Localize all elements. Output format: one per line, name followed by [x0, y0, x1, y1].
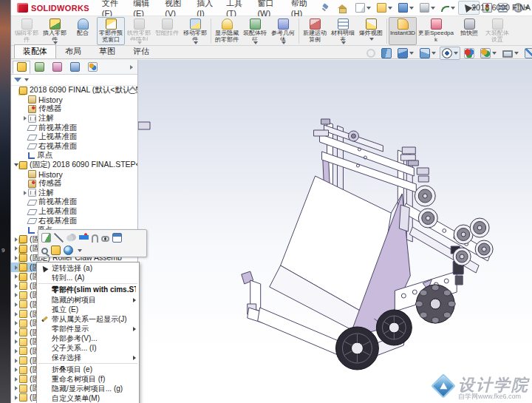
ribbon-button-instant3d[interactable]: Instant3D	[389, 17, 417, 45]
ribbon-button-assembly-feature[interactable]: 装配体特征	[241, 17, 269, 45]
magnify-icon[interactable]	[41, 248, 48, 254]
panel-expand-icon[interactable]	[130, 65, 133, 70]
tree-expander-icon[interactable]	[13, 321, 19, 325]
tree-item[interactable]: History	[11, 169, 137, 179]
edit-feature-icon[interactable]	[41, 233, 51, 243]
tree-expander-icon[interactable]	[13, 359, 19, 363]
open-button[interactable]	[374, 1, 395, 15]
panel-tab-displaymanager[interactable]	[83, 61, 101, 74]
tree-expander-icon[interactable]	[21, 116, 28, 121]
ribbon-button-motion-study[interactable]: 新建运动算例	[301, 17, 329, 45]
context-menu-item[interactable]: 保存选择	[37, 353, 139, 362]
pin-icon[interactable]	[322, 4, 328, 12]
ribbon-button-bom[interactable]: 材料明细表	[329, 17, 357, 45]
tree-filter[interactable]	[11, 75, 137, 86]
appearance-sphere-icon[interactable]	[64, 245, 73, 255]
display-style-button[interactable]	[417, 47, 438, 60]
context-menu-item[interactable]: 自定义菜单(M)	[37, 393, 139, 403]
hide-attach-icon[interactable]	[101, 236, 109, 242]
edit-appearance-button[interactable]	[462, 47, 477, 60]
suppress-icon[interactable]	[54, 233, 64, 243]
tree-expander-icon[interactable]	[13, 302, 19, 307]
tree-item[interactable]: 注解	[11, 114, 137, 123]
view-orientation-button[interactable]	[395, 47, 416, 60]
tab-评估[interactable]: 评估	[124, 44, 158, 58]
tree-item[interactable]: 前视基准面	[11, 197, 137, 207]
ribbon-button-exploded-view[interactable]: 爆炸视图	[357, 17, 385, 45]
panel-tab-configurationmanager[interactable]	[48, 61, 66, 74]
panel-tab-propertymanager[interactable]	[30, 61, 48, 74]
tree-item[interactable]: 上视基准面	[11, 207, 137, 217]
new-document-button[interactable]	[352, 1, 374, 15]
ribbon-button-speedpak[interactable]: 更新Speedpak	[417, 17, 455, 45]
tree-item[interactable]: 上视基准面	[11, 132, 137, 142]
tree-item[interactable]: History	[11, 95, 137, 105]
drawing-view-button[interactable]	[522, 47, 532, 60]
context-menu-item[interactable]: 带从属关系一起显示(J)	[37, 314, 139, 324]
tree-expander-icon[interactable]	[13, 331, 19, 335]
context-menu-item[interactable]: 转到... (A)	[37, 273, 139, 282]
context-menu-item[interactable]: 逆转选择 (a)	[37, 263, 139, 273]
undo-button[interactable]	[438, 1, 458, 14]
tab-装配体[interactable]: 装配体	[14, 44, 56, 58]
tree-item[interactable]: 右视基准面	[11, 142, 137, 152]
tree-item[interactable]: (固定) 2018 6090 FINAL.STEP<	[11, 160, 137, 170]
attach-icon[interactable]	[92, 234, 98, 243]
replace-component-icon[interactable]	[51, 245, 61, 255]
tree-expander-icon[interactable]	[13, 312, 19, 316]
ribbon-button-component-preview[interactable]: 零部件预览窗口	[97, 17, 125, 45]
tree-item[interactable]: 右视基准面	[11, 216, 137, 226]
context-menu-item[interactable]: 孤立 (E)	[37, 305, 139, 314]
context-menu-item[interactable]: 外部参考(V)...	[37, 333, 139, 343]
ribbon-button-mate[interactable]: 配合	[69, 17, 97, 45]
tree-item[interactable]: 2018 6090 FINAL (默认<默认_显示	[11, 86, 137, 95]
tree-expander-icon[interactable]	[13, 256, 19, 260]
appearance-cloud-icon[interactable]	[66, 233, 76, 243]
panel-tab-dimxpertmanager[interactable]	[66, 61, 83, 74]
tree-expander-icon[interactable]	[13, 396, 19, 400]
more-commands-caret-icon[interactable]	[78, 249, 82, 252]
tree-expander-icon[interactable]	[13, 349, 19, 353]
graphics-viewport[interactable]: 设计学院 自学网www.fke6.com	[138, 60, 532, 403]
home-icon[interactable]	[338, 4, 345, 12]
ribbon-button-snapshot[interactable]: 拍快照	[455, 17, 483, 45]
tree-expander-icon[interactable]	[21, 191, 28, 195]
tab-布局[interactable]: 布局	[56, 44, 90, 58]
tree-expander-icon[interactable]	[13, 377, 19, 382]
tree-expander-icon[interactable]	[13, 237, 19, 242]
hide-show-items-button[interactable]	[440, 47, 460, 60]
context-menu-item[interactable]: 隐藏的树项目	[37, 295, 139, 305]
context-menu-item[interactable]: 零部件显示	[37, 324, 139, 333]
tree-expander-icon[interactable]	[13, 368, 19, 372]
ribbon-button-ref-geometry[interactable]: 参考几何体	[269, 17, 297, 45]
ribbon-button-insert-component[interactable]: 插入零部件	[41, 17, 69, 45]
tree-expander-icon[interactable]	[13, 386, 19, 390]
tree-expander-icon[interactable]	[13, 246, 19, 251]
tree-expander-icon[interactable]	[13, 284, 19, 288]
view-previous-button[interactable]	[379, 47, 394, 60]
tree-item[interactable]: 原点	[11, 151, 137, 160]
context-menu-item[interactable]: 重命名树项目 (f)	[37, 374, 139, 384]
component-properties-icon[interactable]	[112, 233, 122, 243]
context-menu-item[interactable]: 折叠项目 (e)	[37, 365, 139, 374]
apply-scene-button[interactable]	[478, 47, 499, 60]
tree-expander-icon[interactable]	[13, 163, 19, 166]
tree-expander-icon[interactable]	[13, 293, 19, 297]
tree-item[interactable]: 前视基准面	[11, 123, 137, 132]
tree-expander-icon[interactable]	[13, 274, 19, 279]
panel-tab-featuremanager[interactable]	[13, 61, 30, 74]
insert-below-icon[interactable]	[79, 233, 89, 243]
print-button[interactable]	[417, 1, 438, 15]
context-menu-item[interactable]: 父子关系... (I)	[37, 343, 139, 353]
tree-expander-icon[interactable]	[13, 265, 19, 270]
tree-expander-icon[interactable]	[13, 339, 19, 344]
tab-草图[interactable]: 草图	[90, 44, 124, 58]
tree-item[interactable]: 注解	[11, 189, 137, 198]
tree-item[interactable]: 传感器	[11, 104, 137, 114]
ribbon-button-move-component[interactable]: 移动零部件	[181, 17, 209, 45]
save-button[interactable]	[395, 1, 417, 15]
tree-item[interactable]: 传感器	[11, 179, 137, 189]
context-menu-item[interactable]: 隐藏/显示树项目... (g)	[37, 384, 139, 393]
view-settings-button[interactable]	[500, 48, 521, 59]
ribbon-button-show-hidden[interactable]: 显示隐藏的零部件	[213, 17, 241, 45]
